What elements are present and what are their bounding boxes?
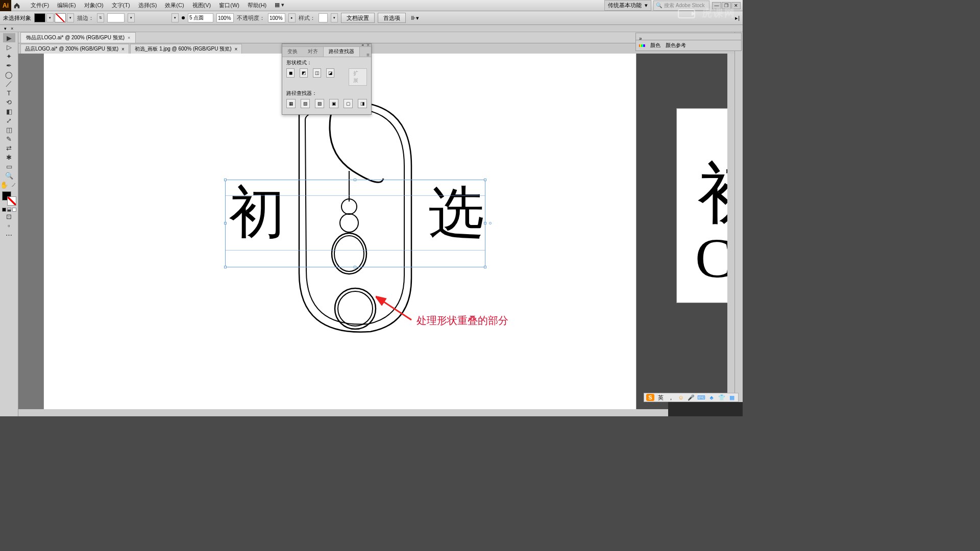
- ime-toolbar: S 英 ， ☺ 🎤 ⌨ ♣ 👕 ▦: [644, 393, 739, 402]
- trim-icon[interactable]: ▧: [301, 99, 310, 108]
- ellipse-tool[interactable]: ◯: [3, 70, 15, 79]
- menu-help[interactable]: 帮助(H): [243, 2, 271, 9]
- gradient-mode[interactable]: [7, 208, 11, 212]
- ime-tool-icon[interactable]: ♣: [707, 394, 716, 401]
- color-collapsed-panel[interactable]: 颜色 颜色参考: [635, 40, 742, 51]
- style-swatch[interactable]: [318, 13, 328, 22]
- ime-skin-icon[interactable]: 👕: [718, 394, 726, 401]
- doc-tab-2a[interactable]: 品店LOGO.ai* @ 200% (RGB/GPU 预览) ×: [20, 44, 129, 54]
- menu-effect[interactable]: 效果(C): [161, 2, 188, 9]
- menu-edit[interactable]: 编辑(E): [53, 2, 80, 9]
- shape-modes-label: 形状模式：: [286, 59, 367, 66]
- menu-select[interactable]: 选择(S): [134, 2, 161, 9]
- panel-menu-icon[interactable]: ≡: [366, 52, 370, 58]
- menu-object[interactable]: 对象(O): [80, 2, 108, 9]
- pathfinder-tab[interactable]: 路径查找器: [323, 46, 360, 57]
- right-dock-strip[interactable]: [734, 32, 743, 416]
- intersect-icon[interactable]: ◫: [313, 68, 321, 78]
- direct-selection-tool[interactable]: ▷: [3, 42, 15, 52]
- tab-strip-dock[interactable]: ▾: [4, 26, 7, 31]
- menu-view[interactable]: 视图(V): [188, 2, 215, 9]
- type-tool[interactable]: T: [3, 88, 15, 97]
- stroke-weight-dd[interactable]: ▾: [128, 13, 135, 22]
- selection-tool[interactable]: ▶: [3, 33, 15, 42]
- ime-lang[interactable]: 英: [656, 394, 665, 401]
- close-icon[interactable]: ×: [128, 35, 130, 40]
- crop-icon[interactable]: ▣: [329, 99, 338, 108]
- vertical-scrollbar[interactable]: [727, 54, 734, 409]
- zoom-tool[interactable]: 🔍: [3, 171, 15, 180]
- artboard-tool[interactable]: ▭: [3, 162, 15, 171]
- canvas[interactable]: 初 选: [18, 54, 727, 409]
- horizontal-scrollbar[interactable]: [18, 409, 727, 416]
- menu-type[interactable]: 文字(T): [108, 2, 134, 9]
- symbol-sprayer-tool[interactable]: ✱: [3, 153, 15, 162]
- panel-collapse-icon[interactable]: «: [362, 43, 364, 47]
- transform-tab[interactable]: 变换: [282, 46, 303, 57]
- pathfinder-panel: « × 变换 对齐 路径查找器 ≡ 形状模式： ◼ ◩ ◫ ◪ 扩展 路径查找器…: [282, 43, 372, 115]
- opacity2-input[interactable]: [216, 13, 234, 22]
- draw-mode[interactable]: ▫: [3, 221, 15, 230]
- control-bar: 未选择对象 ▾ ▾ 描边： ⇅ ▾ ▾ 不透明度： ▸ 样式： ▾ 文档设置 首…: [0, 11, 743, 25]
- menu-file[interactable]: 文件(F): [27, 2, 53, 9]
- merge-icon[interactable]: ▨: [315, 99, 324, 108]
- paintbrush-tool[interactable]: ／: [3, 79, 15, 88]
- shape-builder-tool[interactable]: ◫: [3, 125, 15, 134]
- edit-toolbar[interactable]: ⋯: [3, 230, 15, 239]
- fill-color[interactable]: [34, 13, 45, 22]
- hand-tool[interactable]: ✋: [1, 180, 7, 189]
- close-icon[interactable]: ×: [121, 46, 125, 52]
- expand-button[interactable]: 扩展: [349, 68, 367, 86]
- stroke-color[interactable]: [55, 13, 66, 22]
- eraser-tool[interactable]: ◧: [3, 107, 15, 116]
- doc-tab-1[interactable]: 饰品店LOGO.ai* @ 200% (RGB/GPU 预览) ×: [20, 32, 136, 43]
- fill-stroke-toggle[interactable]: [2, 191, 16, 206]
- outline-icon[interactable]: ▢: [344, 99, 353, 108]
- divide-icon[interactable]: ▦: [286, 99, 296, 108]
- doc-setup-button[interactable]: 文档设置: [341, 13, 375, 23]
- panel-close-icon[interactable]: ×: [366, 42, 370, 48]
- tab-strip-close[interactable]: ×: [11, 26, 13, 31]
- align-icon[interactable]: ⊪▾: [411, 15, 419, 21]
- unite-icon[interactable]: ◼: [286, 68, 295, 78]
- opacity-input[interactable]: [268, 13, 285, 22]
- rotate-tool[interactable]: ⟲: [3, 97, 15, 107]
- minus-front-icon[interactable]: ◩: [300, 68, 308, 78]
- fill-dd[interactable]: ▾: [46, 13, 54, 22]
- ime-settings-icon[interactable]: ▦: [728, 394, 736, 401]
- color-mode[interactable]: [2, 208, 6, 212]
- brush-input[interactable]: [188, 13, 213, 22]
- var-width-dd[interactable]: ▾: [172, 13, 179, 22]
- ime-emoji-icon[interactable]: ☺: [677, 394, 685, 401]
- blend-tool[interactable]: ⇄: [3, 143, 15, 153]
- prefs-button[interactable]: 首选项: [378, 13, 406, 23]
- doc-tab-2b-label: 初选_画板 1.jpg @ 600% (RGB/GPU 预览): [135, 45, 232, 53]
- sogou-icon[interactable]: S: [646, 394, 654, 401]
- doc-tab-2b[interactable]: 初选_画板 1.jpg @ 600% (RGB/GPU 预览) ×: [130, 44, 242, 54]
- scale-tool[interactable]: ⤢: [3, 116, 15, 125]
- opacity-dd[interactable]: ▸: [288, 13, 296, 22]
- panel-toggle-icon[interactable]: ▸|: [735, 15, 740, 21]
- exclude-icon[interactable]: ◪: [326, 68, 334, 78]
- align-tab[interactable]: 对齐: [303, 46, 323, 57]
- stroke-weight-stepper[interactable]: ⇅: [97, 13, 104, 22]
- stroke-weight-input[interactable]: [107, 13, 125, 22]
- none-mode[interactable]: [12, 208, 16, 212]
- magic-wand-tool[interactable]: ✦: [3, 52, 15, 61]
- home-button[interactable]: [11, 0, 22, 11]
- slice-tool[interactable]: ⟋: [11, 180, 17, 189]
- ime-punct[interactable]: ，: [667, 394, 675, 401]
- workspace-switcher[interactable]: 传统基本功能 ▾: [604, 0, 651, 11]
- style-dd[interactable]: ▾: [331, 13, 338, 22]
- ime-keyboard-icon[interactable]: ⌨: [697, 394, 705, 401]
- stroke-swatch[interactable]: [7, 196, 16, 206]
- minus-back-icon[interactable]: ◨: [358, 99, 367, 108]
- screen-mode[interactable]: ⊡: [3, 212, 15, 221]
- pen-tool[interactable]: ✒: [3, 61, 15, 70]
- stroke-color-dd[interactable]: ▾: [67, 13, 74, 22]
- menu-window[interactable]: 窗口(W): [215, 2, 243, 9]
- ime-voice-icon[interactable]: 🎤: [687, 394, 695, 401]
- close-icon[interactable]: ×: [234, 46, 237, 52]
- eyedropper-tool[interactable]: ✎: [3, 134, 15, 143]
- arrange-docs-icon[interactable]: ▦ ▾: [271, 2, 288, 9]
